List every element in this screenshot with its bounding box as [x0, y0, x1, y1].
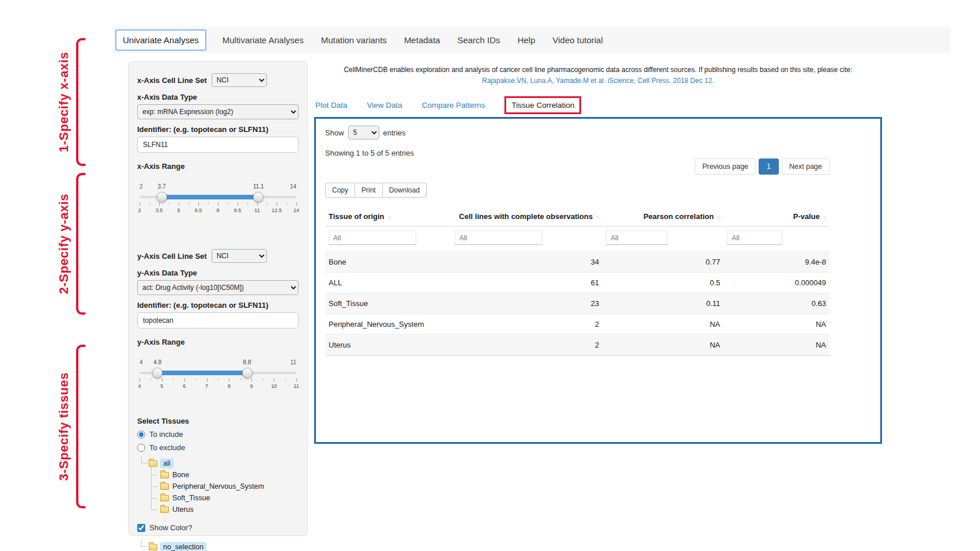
nav-tab-mutation-variants[interactable]: Mutation variants: [320, 30, 388, 50]
filter-input-p-value[interactable]: [727, 231, 782, 245]
y-cell-line-set-select[interactable]: NCI: [212, 249, 267, 263]
copy-button[interactable]: Copy: [325, 183, 355, 198]
tree-item-label: Uterus: [172, 505, 194, 514]
show-color-label: Show Color?: [149, 523, 192, 532]
x-axis-range-slider-low-handle[interactable]: [157, 192, 167, 202]
slider-track[interactable]: [140, 194, 296, 201]
annotation-step3-label: 3-Specify tissues: [56, 372, 71, 481]
y-identifier-label: Identifier: (e.g. topotecan or SLFN11): [137, 301, 299, 310]
annotation-step1-bracket: [76, 38, 85, 166]
subtabs: Plot DataView DataCompare PatternsTissue…: [315, 95, 960, 115]
x-identifier-input[interactable]: [137, 137, 299, 153]
select-tissues-label: Select Tissues: [137, 417, 299, 425]
current-page-button[interactable]: 1: [759, 158, 779, 175]
table-row: Bone340.779.4e-8: [325, 252, 830, 273]
show-label: Show: [325, 129, 344, 137]
y-data-type-select[interactable]: act: Drug Activity (-log10[IC50M]): [137, 280, 299, 295]
sort-arrows-icon: ↑↓: [595, 214, 599, 220]
cell-value: 0.11: [602, 293, 723, 314]
slider-ticks: 4567891011: [140, 378, 296, 392]
filter-input-pearson-correlation[interactable]: [606, 231, 668, 245]
entries-select[interactable]: 5: [348, 126, 379, 139]
citation-text: CellMinerCDB enables exploration and ana…: [314, 65, 882, 76]
to-include-option[interactable]: To include: [137, 430, 299, 439]
slider-track[interactable]: [140, 369, 296, 376]
to-include-radio[interactable]: [137, 431, 145, 439]
pagination: Previous page 1 Next page: [325, 158, 830, 175]
folder-icon: [149, 461, 157, 467]
tree-item-peripheral-nervous-system[interactable]: Peripheral_Nervous_System: [148, 481, 299, 492]
folder-icon: [160, 507, 169, 513]
subtab-tissue-correlation[interactable]: Tissue Correlation: [504, 96, 581, 114]
column-header-pearson-correlation[interactable]: Pearson correlation↑↓: [602, 207, 723, 227]
x-axis-range-slider[interactable]: 2143.711.123.556.589.51112.514: [140, 183, 296, 220]
cell-value: 0.77: [602, 252, 723, 273]
tree-item-no-selection-label: no_selection: [161, 543, 206, 551]
print-button[interactable]: Print: [355, 183, 383, 198]
tree-item-uterus[interactable]: Uterus: [148, 504, 299, 515]
x-cell-line-set-label: x-Axis Cell Line Set: [137, 76, 207, 85]
page: 1-Specify x-axis 2-Specify y-axis 3-Spec…: [0, 0, 980, 551]
tree-item-all-label: all: [161, 459, 173, 467]
tree-item-label: Soft_Tissue: [172, 494, 210, 502]
next-page-button[interactable]: Next page: [782, 158, 830, 175]
cell-value: 2: [451, 314, 603, 335]
selection-tree: no_selection: [140, 541, 299, 551]
slider-value-labels: 2143.711.1: [140, 183, 296, 191]
download-button[interactable]: Download: [383, 183, 427, 198]
y-identifier-input[interactable]: [137, 312, 299, 329]
slider-selected-range: [157, 371, 247, 375]
to-exclude-option[interactable]: To exclude: [137, 443, 299, 452]
entries-label: entries: [383, 129, 406, 137]
to-exclude-label: To exclude: [149, 443, 185, 452]
tissue-tree-children: BonePeripheral_Nervous_SystemSoft_Tissue…: [148, 469, 299, 515]
y-axis-range-slider-low-handle[interactable]: [152, 368, 163, 378]
nav-tab-metadata[interactable]: Metadata: [403, 30, 442, 50]
nav-tab-univariate-analyses[interactable]: Univariate Analyses: [115, 29, 206, 51]
cell-value: NA: [602, 314, 723, 335]
filter-input-cell-lines-with-complete-observations[interactable]: [455, 231, 542, 245]
previous-page-button[interactable]: Previous page: [695, 158, 756, 175]
filter-input-tissue-of-origin[interactable]: [329, 231, 416, 245]
tree-item-no-selection[interactable]: no_selection: [140, 541, 299, 551]
y-axis-range-slider[interactable]: 4114.88.84567891011: [140, 359, 296, 396]
tree-item-bone[interactable]: Bone: [148, 469, 299, 481]
y-axis-range-slider-high-handle[interactable]: [242, 368, 252, 378]
subtab-plot-data[interactable]: Plot Data: [315, 101, 348, 110]
x-data-type-select[interactable]: exp: mRNA Expression (log2): [137, 104, 299, 119]
cell-tissue-of-origin: Peripheral_Nervous_System: [325, 314, 451, 335]
annotation-step1: 1-Specify x-axis: [56, 38, 85, 166]
x-cell-line-set-select[interactable]: NCI: [212, 73, 267, 87]
annotation-step1-label: 1-Specify x-axis: [56, 52, 71, 152]
show-entries-row: Show 5 entries: [325, 126, 830, 139]
cell-tissue-of-origin: Uterus: [325, 335, 451, 356]
citation-link[interactable]: Rajapakse.VN, Luna.A, Yamade.M et al. iS…: [314, 76, 882, 86]
annotation-step2-label: 2-Specify y-axis: [56, 194, 71, 294]
tree-item-label: Peripheral_Nervous_System: [172, 482, 264, 490]
tree-item-soft-tissue[interactable]: Soft_Tissue: [148, 492, 299, 504]
cell-tissue-of-origin: ALL: [325, 273, 451, 293]
column-header-tissue-of-origin[interactable]: Tissue of origin↑↓: [325, 207, 451, 227]
subtab-view-data[interactable]: View Data: [367, 101, 402, 110]
table-row: Peripheral_Nervous_System2NANA: [325, 314, 830, 335]
showing-text: Showing 1 to 5 of 5 entries: [325, 149, 830, 157]
x-axis-range-slider-high-handle[interactable]: [253, 192, 263, 202]
show-color-option[interactable]: Show Color?: [137, 523, 299, 532]
nav-tab-multivariate-analyses[interactable]: Multivariate Analyses: [221, 30, 305, 50]
y-range-label: y-Axis Range: [137, 338, 299, 346]
show-color-checkbox[interactable]: [137, 524, 145, 532]
main-content: CellMinerCDB enables exploration and ana…: [314, 65, 960, 444]
cell-value: 61: [451, 273, 603, 293]
to-exclude-radio[interactable]: [137, 444, 145, 452]
column-header-cell-lines-with-complete-observations[interactable]: Cell lines with complete observations↑↓: [451, 207, 603, 227]
tree-item-all[interactable]: all: [140, 458, 299, 469]
folder-icon: [160, 484, 169, 490]
nav-tab-help[interactable]: Help: [517, 30, 537, 50]
nav-tab-video-tutorial[interactable]: Video tutorial: [551, 30, 604, 50]
column-header-p-value[interactable]: P-value↑↓: [723, 207, 830, 227]
subtab-compare-patterns[interactable]: Compare Patterns: [422, 101, 485, 110]
cell-value: 0.5: [602, 273, 723, 293]
y-data-type-label: y-Axis Data Type: [137, 269, 299, 277]
nav-tab-search-ids[interactable]: Search IDs: [456, 30, 501, 50]
y-cell-line-set-label: y-Axis Cell Line Set: [137, 252, 207, 261]
